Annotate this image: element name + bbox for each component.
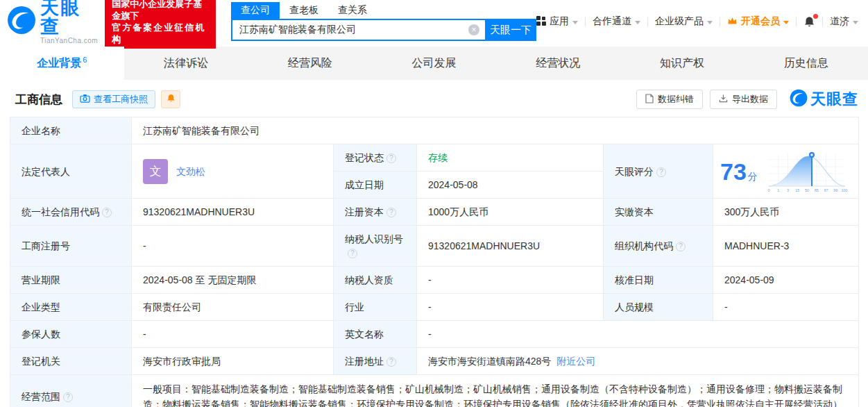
search-tabs: 查公司 查老板 查关系 [231,2,536,19]
notification-red-dot [813,14,818,19]
company-type-value: 有限责任公司 [132,294,334,321]
help-icon[interactable]: ? [676,242,686,251]
search-block: 查公司 查老板 查关系 × 天眼一下 [231,2,536,41]
score-unit: 分 [748,171,758,182]
reg-authority-label: 登记机关 [10,348,132,375]
svg-text:97: 97 [824,188,828,192]
business-term-value: 2024-05-08 至 无固定期限 [132,267,334,294]
svg-text:0: 0 [767,188,769,192]
industry-value: - [417,294,604,321]
tab-intellectual-property[interactable]: 知识产权 [620,47,744,80]
english-name-value: - [417,321,859,348]
snapshot-button[interactable]: 查看工商快照 [72,90,155,108]
company-nav-tabs: 企业背景6 法律诉讼 经营风险 公司发展 经营状况 知识产权 历史信息 [0,47,868,80]
caret-down-icon [635,21,640,24]
tab-badge: 6 [83,56,87,64]
divider [585,17,586,26]
business-scope-value: 一般项目：智能基础制造装备制造；智能基础制造装备销售；矿山机械制造；矿山机械销售… [132,375,859,407]
legal-rep-link[interactable]: 文劲松 [176,165,205,178]
svg-text:15: 15 [795,188,799,192]
company-name-label: 企业名称 [10,117,132,144]
caret-down-icon [707,21,713,24]
table-row: 企业类型 有限责任公司 行业 - 人员规模 - [10,294,859,321]
logo-swirl-icon [790,89,808,110]
section-title: 工商信息 [15,92,62,108]
tab-legal-litigation[interactable]: 法律诉讼 [124,47,248,80]
nav-item-partner[interactable]: 合作通道 [593,15,640,28]
help-icon[interactable]: ? [348,249,357,258]
watermark-logo: 天眼查 [790,89,858,110]
approval-date-label: 核准日期 [604,267,713,294]
table-row: 登记机关 海安市行政审批局 注册地址? 海安市海安街道镇南路428号 附近公司 [10,348,859,375]
search-button[interactable]: 天眼一下 [485,19,536,41]
search-tab-boss[interactable]: 查老板 [280,2,328,19]
search-tab-relation[interactable]: 查关系 [328,2,377,19]
approval-date-value: 2024-05-09 [713,267,859,294]
tab-operation-risk[interactable]: 经营风险 [248,47,372,80]
reg-number-label: 工商注册号 [10,226,132,267]
nav-item-apps[interactable]: 应用 [536,15,578,28]
insured-count-value: - [132,321,334,348]
reg-status-value: 存续 [417,144,604,172]
taxpayer-id-value: 91320621MADHNUER3U [417,226,604,267]
data-correction-button[interactable]: 数据纠错 [636,90,703,109]
table-row: 经营范围? 一般项目：智能基础制造装备制造；智能基础制造装备销售；矿山机械制造；… [10,375,859,407]
export-data-button[interactable]: 导出数据 [710,90,777,109]
business-term-label: 营业期限 [10,267,132,294]
help-icon[interactable]: ? [656,167,666,177]
help-icon[interactable]: ? [102,208,112,217]
logo-text: 天眼查 [40,0,98,36]
nearby-companies-link[interactable]: 附近公司 [556,356,595,367]
tianyancha-logo[interactable]: 天眼查 TianYanCha.com [7,0,98,44]
crown-icon [727,16,738,27]
tianyan-score-label: 天眼评分? [604,144,713,199]
help-icon[interactable]: ? [63,392,73,402]
gov-certification-badge: 国家中小企业发展子基金旗下 官方备案企业征信机构 [105,0,216,49]
svg-text:50: 50 [805,188,809,192]
staff-size-value: - [713,294,859,321]
tab-history-info[interactable]: 历史信息 [744,47,868,80]
tab-company-development[interactable]: 公司发展 [372,47,496,80]
score-value: 73 [720,158,747,185]
score-pin-icon [809,151,815,157]
help-icon[interactable]: ? [386,208,396,217]
divider [720,17,720,26]
help-icon[interactable]: ? [386,153,396,163]
company-name-value: 江苏南矿智能装备有限公司 [132,117,859,144]
org-code-value: MADHNUER-3 [713,226,859,267]
svg-text:85: 85 [815,188,819,192]
clear-search-icon[interactable]: × [468,24,479,35]
taxpayer-quality-value: - [417,267,604,294]
table-row: 统一社会信用代码? 91320621MADHNUER3U 注册资本? 1000万… [10,199,859,226]
taxpayer-id-label: 纳税人识别号? [334,226,417,267]
taxpayer-quality-label: 纳税人资质 [334,267,417,294]
caret-down-icon [572,21,578,24]
badge-line1: 国家中小企业发展子基金旗下 [112,0,209,22]
search-input[interactable] [231,19,485,41]
divider [647,17,648,26]
insured-count-label: 参保人数 [10,321,132,348]
help-icon[interactable]: ? [386,357,396,367]
username: 道济 [830,15,849,28]
avatar[interactable]: 文 [143,159,168,184]
user-menu[interactable]: 道济 [830,15,858,28]
org-code-label: 组织机构代码? [604,226,713,267]
tab-operation-status[interactable]: 经营状况 [496,47,620,80]
reg-capital-value: 1000万人民币 [417,199,604,226]
svg-text:1: 1 [777,188,779,192]
establish-date-label: 成立日期 [334,172,417,199]
monitor-bell-button[interactable] [161,90,180,108]
table-row: 参保人数 - 英文名称 - [10,321,859,348]
tianyan-score-cell[interactable]: 73分 [713,144,859,199]
tab-company-background[interactable]: 企业背景6 [0,47,124,80]
notification-bell-icon[interactable] [803,16,815,28]
badge-line2: 官方备案企业征信机构 [112,22,209,45]
reg-address-label: 注册地址? [334,348,417,375]
svg-text:99: 99 [833,188,837,192]
english-name-label: 英文名称 [334,321,417,348]
table-row: 工商注册号 - 纳税人识别号? 91320621MADHNUER3U 组织机构代… [10,226,859,267]
nav-item-vip[interactable]: 开通会员 [727,15,789,28]
search-tab-company[interactable]: 查公司 [231,2,280,19]
legal-rep-value: 文 文劲松 [132,144,334,199]
nav-item-enterprise[interactable]: 企业级产品 [655,15,713,28]
